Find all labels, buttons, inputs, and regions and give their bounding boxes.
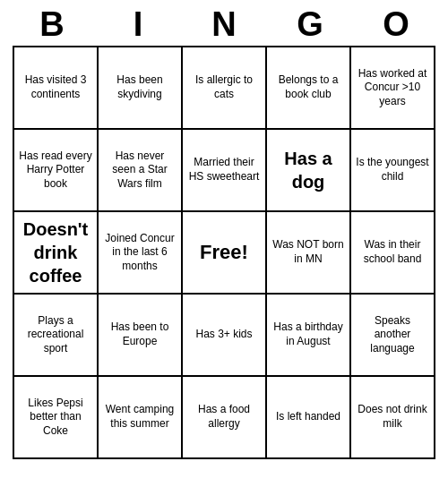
bingo-cell-16: Has been to Europe bbox=[99, 295, 183, 377]
bingo-cell-9: Is the youngest child bbox=[351, 130, 435, 212]
bingo-cell-12: Free! bbox=[183, 212, 267, 295]
bingo-cell-15: Plays a recreational sport bbox=[14, 295, 99, 377]
bingo-cell-17: Has 3+ kids bbox=[183, 295, 267, 377]
bingo-cell-23: Is left handed bbox=[267, 377, 351, 459]
bingo-cell-22: Has a food allergy bbox=[183, 377, 267, 459]
bingo-cell-21: Went camping this summer bbox=[99, 377, 183, 459]
bingo-cell-13: Was NOT born in MN bbox=[267, 212, 351, 295]
bingo-letter-i: I bbox=[99, 5, 177, 44]
bingo-cell-8: Has a dog bbox=[267, 130, 351, 212]
bingo-grid: Has visited 3 continentsHas been skydivi… bbox=[13, 46, 435, 459]
bingo-cell-5: Has read every Harry Potter book bbox=[14, 130, 99, 212]
bingo-cell-1: Has been skydiving bbox=[99, 47, 183, 130]
bingo-cell-20: Likes Pepsi better than Coke bbox=[14, 377, 99, 459]
bingo-title: BINGO bbox=[9, 0, 439, 46]
bingo-letter-g: G bbox=[271, 5, 349, 44]
bingo-letter-b: B bbox=[13, 5, 91, 44]
bingo-letter-o: O bbox=[357, 5, 435, 44]
bingo-cell-24: Does not drink milk bbox=[351, 377, 435, 459]
bingo-cell-3: Belongs to a book club bbox=[267, 47, 351, 130]
bingo-cell-19: Speaks another language bbox=[351, 295, 435, 377]
bingo-cell-11: Joined Concur in the last 6 months bbox=[99, 212, 183, 295]
bingo-cell-4: Has worked at Concur >10 years bbox=[351, 47, 435, 130]
bingo-cell-18: Has a birthday in August bbox=[267, 295, 351, 377]
bingo-cell-7: Married their HS sweetheart bbox=[183, 130, 267, 212]
bingo-cell-6: Has never seen a Star Wars film bbox=[99, 130, 183, 212]
bingo-cell-14: Was in their school band bbox=[351, 212, 435, 295]
bingo-letter-n: N bbox=[185, 5, 263, 44]
bingo-cell-10: Doesn't drink coffee bbox=[14, 212, 99, 295]
bingo-cell-2: Is allergic to cats bbox=[183, 47, 267, 130]
bingo-cell-0: Has visited 3 continents bbox=[14, 47, 99, 130]
